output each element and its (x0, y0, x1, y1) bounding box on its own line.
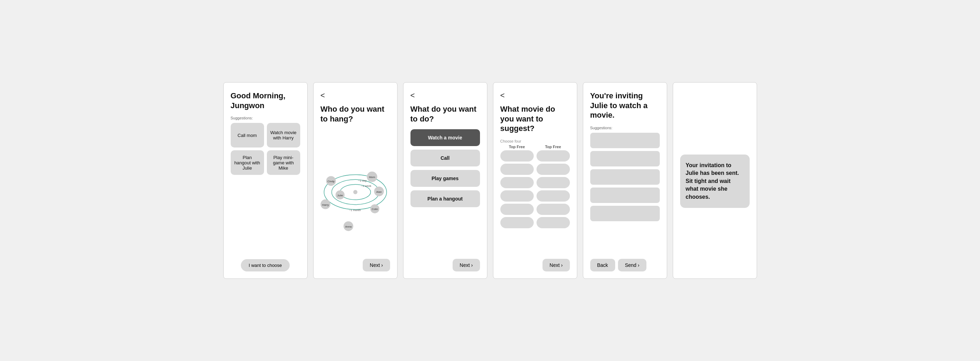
suggestions-label-1: Suggestions: (231, 116, 300, 120)
suggestion-5-3[interactable] (590, 169, 660, 185)
back-button-5[interactable]: Back (590, 259, 615, 272)
who-title: Who do you want to hang? (321, 104, 390, 124)
movie-item-1-2[interactable] (500, 164, 534, 175)
svg-text:Anna: Anna (345, 225, 352, 228)
action-watch-movie[interactable]: Watch a movie (410, 129, 480, 146)
action-play-games[interactable]: Play games (410, 170, 480, 187)
screen-greeting: Good Morning, Jungwon Suggestions: Call … (223, 82, 308, 279)
movie-col-1-items (500, 150, 534, 228)
svg-text:Cindy: Cindy (327, 180, 334, 183)
suggestion-grid: Call mom Watch movie with Harry Plan han… (231, 123, 300, 175)
svg-text:Colin: Colin (371, 208, 378, 211)
choose-button[interactable]: I want to choose (241, 259, 290, 272)
movie-item-2-4[interactable] (536, 190, 570, 202)
next-button-3[interactable]: Next › (453, 259, 480, 272)
screen-movie: < What movie do you want to suggest? Cho… (493, 82, 577, 279)
movie-item-2-3[interactable] (536, 177, 570, 188)
next-button-2[interactable]: Next › (363, 259, 390, 272)
inviting-title: You're inviting Julie to watch a movie. (590, 91, 660, 120)
orbit-diagram: ~1 day ~1 week ~1 month Cindy Mom Julie … (321, 143, 390, 241)
movie-item-1-6[interactable] (500, 217, 534, 228)
suggestion-5-5[interactable] (590, 206, 660, 221)
back-arrow-3[interactable]: < (410, 91, 480, 100)
next-arrow-icon-2: › (381, 262, 383, 268)
action-plan-hangout[interactable]: Plan a hangout (410, 190, 480, 207)
bottom-buttons: Back Send › (590, 259, 660, 272)
movie-title: What movie do you want to suggest? (500, 104, 570, 134)
svg-text:Julie: Julie (337, 194, 343, 197)
movie-col-2-items (536, 150, 570, 228)
svg-text:~1 month: ~1 month (349, 208, 361, 212)
send-button[interactable]: Send › (618, 259, 646, 272)
confirmation-message: Your invitation to Julie has been sent. … (680, 154, 750, 208)
svg-point-6 (353, 190, 358, 194)
suggestion-hangout-julie[interactable]: Plan hangout with Julie (231, 150, 264, 175)
suggestion-watch-harry[interactable]: Watch movie with Harry (267, 123, 300, 148)
movie-grid: Top Free Top Free (500, 145, 570, 255)
svg-text:Harry: Harry (322, 203, 329, 206)
svg-text:~1 week: ~1 week (361, 184, 371, 188)
action-call[interactable]: Call (410, 149, 480, 167)
orbit-container: ~1 day ~1 week ~1 month Cindy Mom Julie … (321, 129, 390, 254)
suggestion-list (590, 133, 660, 255)
next-arrow-icon-3: › (471, 262, 473, 268)
movie-item-1-5[interactable] (500, 204, 534, 215)
movie-item-1-1[interactable] (500, 150, 534, 162)
suggestion-minigame-mike[interactable]: Play mini-game with Mike (267, 150, 300, 175)
screens-container: Good Morning, Jungwon Suggestions: Call … (223, 82, 757, 279)
movie-item-1-3[interactable] (500, 177, 534, 188)
movie-item-1-4[interactable] (500, 190, 534, 202)
suggestion-call-mom[interactable]: Call mom (231, 123, 264, 148)
screen-who: < Who do you want to hang? ~1 day ~1 wee… (313, 82, 398, 279)
movie-item-2-1[interactable] (536, 150, 570, 162)
movie-item-2-5[interactable] (536, 204, 570, 215)
next-arrow-icon-4: › (561, 262, 563, 268)
suggestion-5-4[interactable] (590, 188, 660, 203)
suggestions-label-5: Suggestions: (590, 126, 660, 130)
movie-col-1: Top Free (500, 145, 534, 255)
screen-what-do: < What do you want to do? Watch a movie … (403, 82, 487, 279)
choose-four-label: Choose four (500, 139, 570, 143)
back-arrow-4[interactable]: < (500, 91, 570, 100)
col2-header: Top Free (536, 145, 570, 149)
screen-confirmation: Your invitation to Julie has been sent. … (673, 82, 757, 279)
back-arrow-2[interactable]: < (321, 91, 390, 100)
svg-text:~1 day: ~1 day (358, 179, 366, 182)
greeting-title: Good Morning, Jungwon (231, 91, 300, 110)
next-button-4[interactable]: Next › (542, 259, 570, 272)
svg-text:Mom: Mom (369, 176, 375, 179)
send-arrow-icon: › (638, 262, 640, 268)
screen-inviting: You're inviting Julie to watch a movie. … (583, 82, 667, 279)
suggestion-5-1[interactable] (590, 133, 660, 148)
col1-header: Top Free (500, 145, 534, 149)
movie-col-2: Top Free (536, 145, 570, 255)
what-do-title: What do you want to do? (410, 104, 480, 124)
movie-item-2-2[interactable] (536, 164, 570, 175)
svg-text:Alan: Alan (376, 190, 382, 193)
movie-item-2-6[interactable] (536, 217, 570, 228)
suggestion-5-2[interactable] (590, 151, 660, 167)
